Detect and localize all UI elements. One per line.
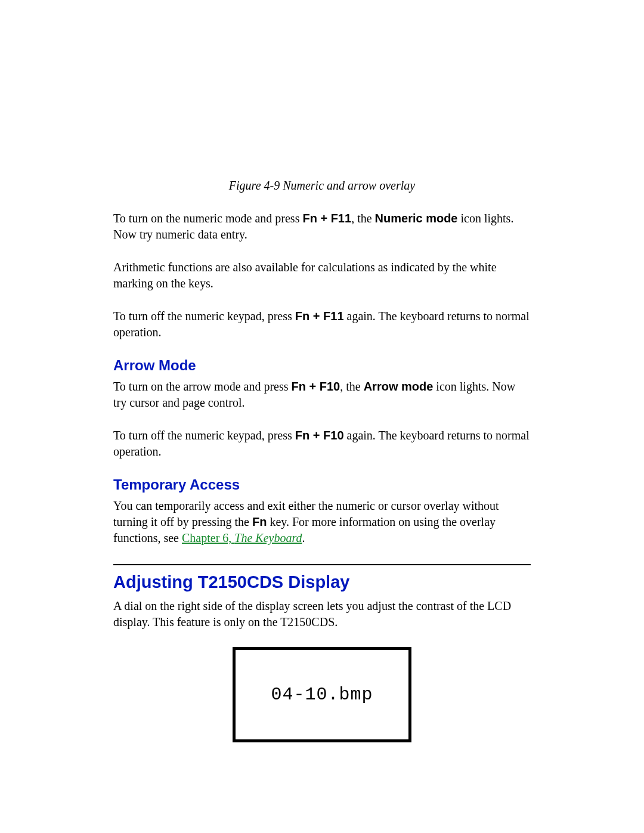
keycombo: Fn + F10 — [295, 429, 344, 442]
paragraph-temporary: You can temporarily access and exit eith… — [113, 498, 531, 546]
paragraph-display: A dial on the right side of the display … — [113, 598, 531, 630]
paragraph-arrow-on: To turn on the arrow mode and press Fn +… — [113, 379, 531, 411]
heading-arrow-mode: Arrow Mode — [113, 357, 531, 374]
heading-adjusting-display: Adjusting T2150CDS Display — [113, 572, 531, 592]
text: To turn on the arrow mode and press — [113, 380, 292, 393]
text: , the — [340, 380, 363, 393]
mode-name: Arrow mode — [364, 380, 434, 393]
heading-temporary-access: Temporary Access — [113, 476, 531, 493]
link-chapter-6[interactable]: Chapter 6, The Keyboard — [182, 531, 302, 544]
keycombo: Fn — [252, 515, 267, 528]
text: To turn off the numeric keypad, press — [113, 309, 295, 323]
link-part-1: Chapter 6, — [182, 531, 234, 544]
paragraph-arrow-off: To turn off the numeric keypad, press Fn… — [113, 428, 531, 460]
keycombo: Fn + F11 — [302, 212, 351, 225]
image-placeholder-label: 04-10.bmp — [271, 685, 373, 705]
paragraph-arithmetic: Arithmetic functions are also available … — [113, 259, 531, 292]
document-page: Figure 4-9 Numeric and arrow overlay To … — [0, 0, 644, 833]
figure-caption: Figure 4-9 Numeric and arrow overlay — [113, 179, 531, 193]
paragraph-numeric-off: To turn off the numeric keypad, press Fn… — [113, 308, 531, 340]
keycombo: Fn + F11 — [295, 309, 344, 323]
text: To turn on the numeric mode and press — [113, 212, 302, 225]
keycombo: Fn + F10 — [292, 380, 340, 393]
mode-name: Numeric mode — [375, 212, 458, 225]
text: , the — [351, 212, 374, 225]
section-divider — [113, 564, 531, 565]
paragraph-numeric-on: To turn on the numeric mode and press Fn… — [113, 210, 531, 243]
text: To turn off the numeric keypad, press — [113, 429, 295, 442]
link-part-2: The Keyboard — [234, 531, 302, 544]
image-placeholder-box: 04-10.bmp — [233, 647, 411, 742]
text: . — [302, 531, 305, 544]
